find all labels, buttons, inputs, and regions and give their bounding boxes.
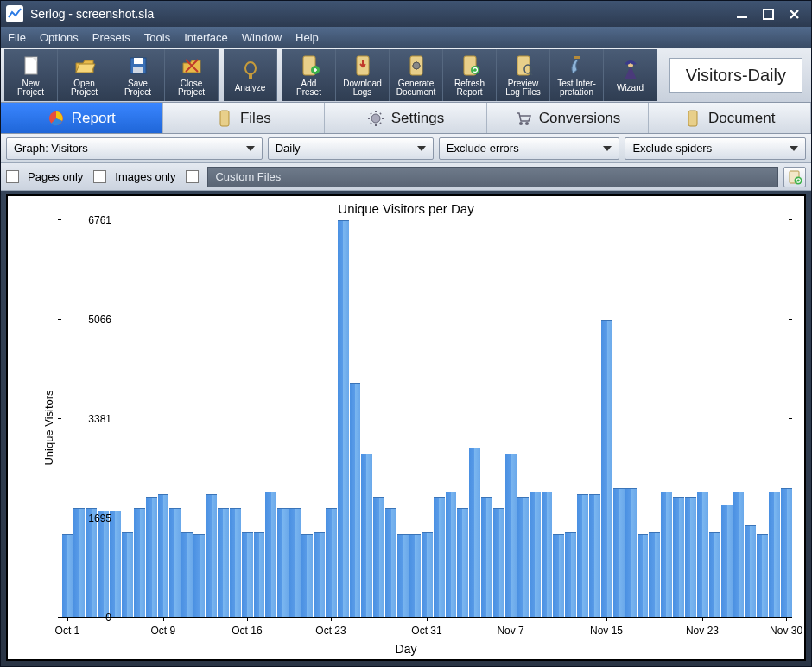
custom-files-checkbox[interactable] [186,170,199,183]
toolbar-label: New Project [17,79,44,98]
errors-dropdown-label: Exclude errors [447,142,519,155]
caret-icon [417,146,426,151]
tab-conversions[interactable]: Conversions [487,103,650,133]
graph-dropdown[interactable]: Graph: Visitors [6,137,263,160]
images-only-label: Images only [115,170,175,183]
bar [613,488,625,618]
bar [709,532,720,618]
tab-label: Files [240,110,271,127]
chart-area: Unique Visitors per Day Unique Visitors … [6,194,806,661]
x-tick-label: Oct 9 [151,625,176,637]
svg-line-13 [530,72,532,75]
svg-point-21 [795,176,802,184]
bar [277,508,289,618]
menu-presets[interactable]: Presets [92,31,130,44]
svg-point-11 [471,66,479,74]
svg-point-17 [371,114,380,123]
bar [301,534,313,618]
bar [553,534,564,618]
analyze-icon [238,58,263,82]
menubar: FileOptionsPresetsToolsInterfaceWindowHe… [1,27,811,48]
images-only-checkbox[interactable] [93,170,106,183]
bar [122,532,133,618]
bar [98,511,109,619]
bar [338,220,349,618]
menu-options[interactable]: Options [40,31,79,44]
caret-icon [246,146,255,151]
close-project-icon [179,54,205,78]
y-tick-label: 3381 [87,413,111,425]
custom-files-dropdown[interactable]: Custom Files [207,167,778,187]
refresh-report-button[interactable]: Refresh Report [443,49,497,101]
bar [206,494,217,618]
bar [649,532,660,618]
toolbar-label: Refresh Report [454,79,485,98]
period-dropdown-label: Daily [276,142,301,155]
options-row: Pages only Images only Custom Files [1,163,811,191]
open-project-button[interactable]: Open Project [58,49,111,101]
minimize-button[interactable] [730,5,754,22]
svg-rect-0 [737,16,747,18]
filters-row: Graph: Visitors Daily Exclude errors Exc… [1,134,811,163]
period-dropdown[interactable]: Daily [268,137,434,160]
tab-label: Conversions [539,110,621,127]
app-icon [6,5,23,22]
close-project-button[interactable]: Close Project [165,49,219,101]
add-preset-button[interactable]: Add Preset [282,49,336,101]
pages-only-checkbox[interactable] [6,170,19,183]
close-button[interactable] [782,5,806,22]
toolbar-label: Analyze [235,84,266,93]
toolbar-label: Wizard [617,84,644,93]
menu-file[interactable]: File [8,31,26,44]
bar [530,492,541,618]
tab-settings[interactable]: Settings [325,103,487,133]
toolbar-label: Preview Log Files [505,79,541,98]
preview-log-files-icon [511,54,536,78]
bar [242,532,253,618]
tab-label: Settings [391,110,444,127]
test-interpretation-button[interactable]: Test Inter- pretation [550,49,604,101]
info-box: Visitors-Daily [669,58,802,93]
save-project-button[interactable]: Save Project [111,49,165,101]
bar [601,320,612,618]
preview-log-files-button[interactable]: Preview Log Files [497,49,550,101]
bar [638,534,649,618]
svg-point-18 [519,122,523,125]
tab-label: Report [72,110,116,127]
bar [661,492,672,618]
x-tick-label: Oct 1 [55,625,80,637]
spiders-dropdown[interactable]: Exclude spiders [625,137,806,160]
tab-report[interactable]: Report [1,103,163,133]
bar [457,508,468,618]
generate-document-button[interactable]: Generate Document [390,49,443,101]
bar [422,532,433,618]
menu-tools[interactable]: Tools [144,31,170,44]
toolbar-label: Add Preset [296,79,321,98]
bar [757,534,768,618]
bar [158,494,169,618]
bar [446,492,457,618]
svg-rect-1 [764,10,773,19]
menu-window[interactable]: Window [242,31,282,44]
menu-help[interactable]: Help [295,31,319,44]
tab-document[interactable]: Document [649,103,811,133]
bar [289,508,301,618]
toolbar-label: Test Inter- pretation [557,79,595,98]
wizard-button[interactable]: Wizard [604,49,657,101]
settings-icon [367,110,384,127]
menu-interface[interactable]: Interface [184,31,228,44]
bar [385,508,396,618]
errors-dropdown[interactable]: Exclude errors [439,137,620,160]
maximize-button[interactable] [756,5,780,22]
new-project-button[interactable]: New Project [4,49,58,101]
analyze-button[interactable]: Analyze [224,49,277,101]
plot-region: 01695338150666761Oct 1Oct 9Oct 16Oct 23O… [61,220,792,618]
download-logs-button[interactable]: Download Logs [336,49,390,101]
tab-files[interactable]: Files [163,103,326,133]
bar [73,508,85,618]
bar [577,494,588,618]
tabs: ReportFilesSettingsConversionsDocument [1,103,811,134]
bar [469,448,480,618]
refresh-icon-button[interactable] [783,167,806,187]
document-icon [684,110,701,127]
